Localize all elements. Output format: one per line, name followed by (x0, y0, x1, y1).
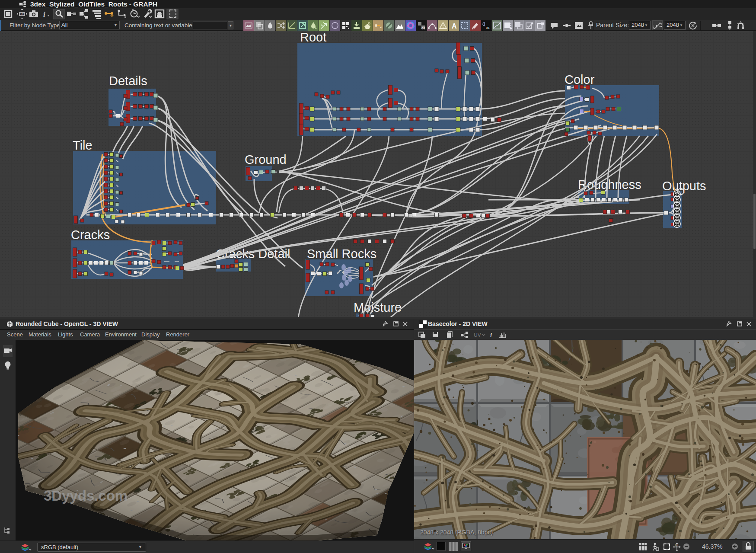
svg-text:01: 01 (486, 26, 490, 30)
svg-text:Small Rocks: Small Rocks (307, 247, 376, 261)
svg-text:Color: Color (565, 73, 595, 86)
svg-text:01: 01 (421, 26, 425, 30)
svg-text:i: i (43, 10, 45, 19)
svg-text:Root: Root (300, 31, 326, 44)
svg-text:Roughness: Roughness (578, 178, 641, 192)
svg-text:Details: Details (109, 74, 147, 88)
svg-text:101: 101 (20, 13, 25, 16)
svg-text:1:1: 1:1 (675, 544, 678, 547)
svg-text:Tile: Tile (73, 138, 93, 152)
svg-text:Ground: Ground (245, 153, 287, 166)
svg-text:A: A (452, 22, 457, 30)
svg-text:i: i (490, 332, 492, 339)
svg-text:3Dyyds.com: 3Dyyds.com (44, 488, 128, 504)
svg-text:Cracks: Cracks (71, 228, 110, 242)
svg-text:UV: UV (474, 332, 481, 338)
